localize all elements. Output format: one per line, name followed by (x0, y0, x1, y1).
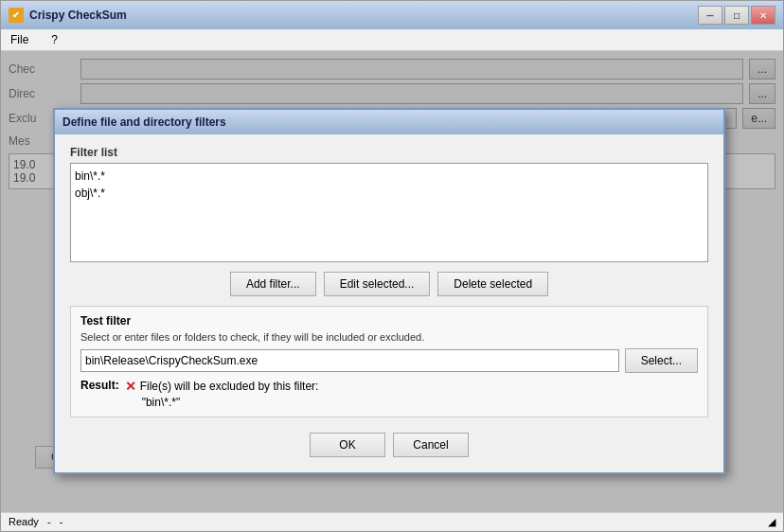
title-bar: ✔ Crispy CheckSum ─ □ ✕ (1, 1, 783, 29)
menu-help[interactable]: ? (45, 31, 63, 48)
add-filter-button[interactable]: Add filter... (230, 272, 316, 296)
filter-dialog: Define file and directory filters Filter… (53, 108, 725, 474)
maximize-button[interactable]: □ (724, 6, 749, 25)
menu-file[interactable]: File (5, 31, 34, 48)
ok-cancel-row: OK Cancel (70, 427, 708, 461)
test-input-row: Select... (80, 348, 698, 373)
status-text: Ready - - (9, 516, 62, 528)
status-bar: Ready - - ◢ (1, 512, 783, 531)
close-button[interactable]: ✕ (751, 6, 775, 25)
edit-selected-button[interactable]: Edit selected... (324, 272, 431, 296)
delete-selected-button[interactable]: Delete selected (437, 272, 548, 296)
test-filter-section: Test filter Select or enter files or fol… (70, 306, 708, 417)
filter-buttons: Add filter... Edit selected... Delete se… (70, 272, 708, 296)
filter-list-box[interactable]: bin\*.* obj\*.* (70, 163, 708, 262)
dialog-title: Define file and directory filters (62, 115, 716, 129)
filter-item-1: bin\*.* (75, 168, 704, 185)
resize-indicator: ◢ (768, 516, 775, 528)
dialog-title-bar: Define file and directory filters (55, 110, 723, 134)
result-filter-value: "bin\*.*" (125, 396, 319, 409)
app-icon: ✔ (9, 8, 24, 23)
result-content: ✕ File(s) will be excluded by this filte… (125, 379, 319, 409)
result-line1: ✕ File(s) will be excluded by this filte… (125, 379, 319, 394)
cancel-button[interactable]: Cancel (393, 433, 469, 457)
test-select-button[interactable]: Select... (625, 348, 698, 373)
result-text: File(s) will be excluded by this filter: (140, 380, 319, 393)
result-label: Result: (80, 379, 119, 392)
ok-button[interactable]: OK (310, 433, 385, 457)
main-window: ✔ Crispy CheckSum ─ □ ✕ File ? Chec ... … (0, 0, 784, 532)
test-filter-title: Test filter (80, 314, 698, 328)
window-controls: ─ □ ✕ (698, 6, 775, 25)
dialog-body: Filter list bin\*.* obj\*.* Add filter..… (55, 134, 723, 472)
test-filter-input[interactable] (80, 349, 619, 372)
app-title: Crispy CheckSum (29, 9, 692, 22)
result-row: Result: ✕ File(s) will be excluded by th… (80, 379, 698, 409)
minimize-button[interactable]: ─ (698, 6, 722, 25)
filter-list-section: Filter list bin\*.* obj\*.* (70, 146, 708, 262)
test-filter-description: Select or enter files or folders to chec… (80, 331, 698, 343)
filter-list-label: Filter list (70, 146, 708, 159)
result-error-icon: ✕ (125, 379, 136, 394)
filter-item-2: obj\*.* (75, 185, 704, 202)
menu-bar: File ? (1, 29, 783, 51)
